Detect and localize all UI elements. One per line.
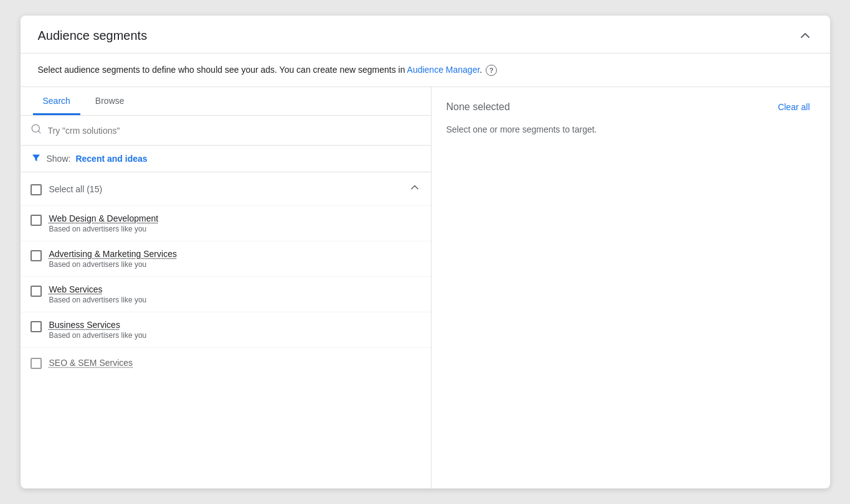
select-all-checkbox[interactable] [31,184,42,195]
svg-line-1 [38,131,40,133]
segment-name-4: SEO & SEM Services [49,358,133,368]
tabs-row: Search Browse [21,87,431,116]
segment-desc-2: Based on advertisers like you [49,296,147,304]
search-icon [31,123,42,138]
segment-item[interactable]: Advertising & Marketing Services Based o… [21,241,431,277]
none-selected-label: None selected [446,101,510,113]
segment-name-1: Advertising & Marketing Services [49,249,177,259]
audience-manager-link[interactable]: Audience Manager [407,65,480,75]
segment-item-partial[interactable]: SEO & SEM Services [21,348,431,378]
filter-icon [31,152,42,166]
audience-segments-dialog: Audience segments Select audience segmen… [21,16,830,488]
right-header: None selected Clear all [446,100,815,114]
segment-desc-1: Based on advertisers like you [49,260,177,269]
clear-all-button[interactable]: Clear all [773,100,815,114]
list-area: Select all (15) Web Design & Development… [21,172,431,488]
collapse-list-icon[interactable] [408,181,421,197]
filter-prefix: Show: [47,154,71,164]
segment-name-3: Business Services [49,320,147,330]
select-all-row[interactable]: Select all (15) [21,172,431,206]
segment-item[interactable]: Web Services Based on advertisers like y… [21,277,431,312]
segment-item[interactable]: Web Design & Development Based on advert… [21,206,431,241]
help-icon[interactable]: ? [486,65,497,76]
dialog-title: Audience segments [38,29,148,43]
tab-browse[interactable]: Browse [85,87,135,115]
dialog-header: Audience segments [21,16,830,54]
select-all-label: Select all (15) [49,184,401,194]
description-row: Select audience segments to define who s… [21,54,830,87]
search-box [21,116,431,146]
segment-desc-3: Based on advertisers like you [49,331,147,340]
collapse-dialog-icon[interactable] [798,28,813,43]
segment-checkbox-1[interactable] [31,250,42,261]
segment-checkbox-4[interactable] [31,358,42,369]
segment-name-2: Web Services [49,284,147,294]
right-instruction: Select one or more segments to target. [446,124,815,134]
filter-value[interactable]: Recent and ideas [75,154,147,164]
segment-name-0: Web Design & Development [49,213,159,223]
search-input[interactable] [48,126,421,136]
left-panel: Search Browse [21,87,432,488]
tab-search[interactable]: Search [33,87,80,115]
content-area: Search Browse [21,87,830,488]
segment-desc-0: Based on advertisers like you [49,225,159,233]
segment-item[interactable]: Business Services Based on advertisers l… [21,312,431,348]
segment-checkbox-2[interactable] [31,286,42,297]
segment-checkbox-0[interactable] [31,215,42,226]
right-panel: None selected Clear all Select one or mo… [432,87,830,488]
segment-checkbox-3[interactable] [31,321,42,332]
description-text: Select audience segments to define who s… [38,65,405,75]
filter-row: Show: Recent and ideas [21,146,431,172]
